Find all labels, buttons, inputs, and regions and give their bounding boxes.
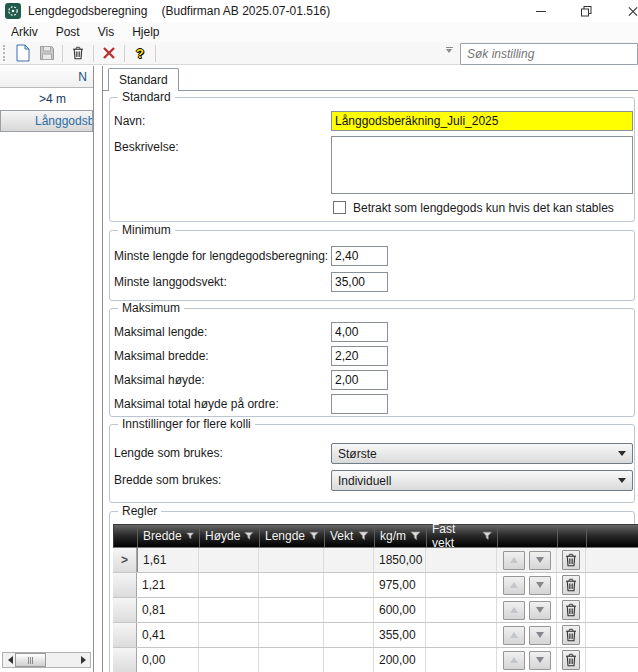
remove-button[interactable] <box>97 43 121 64</box>
grid-header-bredde[interactable]: Bredde <box>138 525 200 547</box>
cell-hoyde[interactable] <box>199 623 259 647</box>
grid-header-vekt[interactable]: Vekt <box>325 525 375 547</box>
move-down-button[interactable] <box>529 651 551 670</box>
cell-bredde[interactable]: 1,61 <box>137 548 199 572</box>
maks-bredde-input[interactable] <box>331 346 388 366</box>
filter-icon[interactable] <box>410 531 421 541</box>
tab-standard[interactable]: Standard <box>108 68 179 91</box>
minimize-button[interactable] <box>526 0 556 22</box>
row-order-buttons <box>497 648 557 672</box>
close-button[interactable] <box>620 0 638 22</box>
cell-bredde[interactable]: 1,21 <box>137 573 199 597</box>
cell-hoyde[interactable] <box>199 598 259 622</box>
row-selector[interactable] <box>113 573 137 597</box>
move-up-button[interactable] <box>503 576 525 595</box>
horizontal-scrollbar[interactable] <box>2 652 91 668</box>
filter-icon[interactable] <box>244 531 254 541</box>
maks-total-hoyde-input[interactable] <box>331 394 388 414</box>
cell-lengde[interactable] <box>259 648 324 672</box>
menu-arkiv[interactable]: Arkiv <box>2 23 47 41</box>
delete-row-button[interactable] <box>562 625 580 645</box>
new-document-button[interactable] <box>11 43 35 64</box>
scrollbar-thumb[interactable] <box>15 653 46 667</box>
cell-hoyde[interactable] <box>199 548 259 572</box>
cell-fast-vekt[interactable] <box>426 548 497 572</box>
cell-vekt[interactable] <box>324 598 374 622</box>
cell-fast-vekt[interactable] <box>426 573 497 597</box>
cell-vekt[interactable] <box>324 573 374 597</box>
cell-fast-vekt[interactable] <box>426 623 497 647</box>
grid-header-hoyde[interactable]: Høyde <box>200 525 260 547</box>
min-vekt-input[interactable] <box>331 272 388 292</box>
lengde-som-brukes-dropdown[interactable]: Største <box>331 443 633 464</box>
save-icon <box>39 45 55 61</box>
cell-vekt[interactable] <box>324 648 374 672</box>
stackable-checkbox[interactable] <box>333 201 346 214</box>
move-up-button[interactable] <box>503 651 525 670</box>
maks-hoyde-input[interactable] <box>331 370 388 390</box>
grid-header-fast-vekt[interactable]: Fast vekt <box>427 525 498 547</box>
cell-lengde[interactable] <box>259 623 324 647</box>
maks-lengde-input[interactable] <box>331 322 388 342</box>
delete-setting-button[interactable] <box>66 43 90 64</box>
cell-lengde[interactable] <box>259 598 324 622</box>
row-delete <box>557 573 586 597</box>
search-input[interactable] <box>460 43 638 65</box>
move-down-button[interactable] <box>529 601 551 620</box>
cell-bredde[interactable]: 0,00 <box>137 648 199 672</box>
menu-post[interactable]: Post <box>47 23 89 41</box>
toolbar-grip[interactable] <box>3 45 7 61</box>
row-selector[interactable] <box>113 598 137 622</box>
move-up-button[interactable] <box>503 551 525 570</box>
move-down-button[interactable] <box>529 551 551 570</box>
help-button[interactable]: ? <box>128 43 152 64</box>
delete-row-button[interactable] <box>562 600 580 620</box>
row-selector[interactable]: > <box>113 548 137 572</box>
cell-fast-vekt[interactable] <box>426 648 497 672</box>
menu-hjelp[interactable]: Hjelp <box>123 23 168 41</box>
move-down-button[interactable] <box>529 626 551 645</box>
cell-hoyde[interactable] <box>199 648 259 672</box>
grid-header-lengde[interactable]: Lengde <box>260 525 325 547</box>
move-up-button[interactable] <box>503 626 525 645</box>
grid-header-kgm[interactable]: kg/m <box>375 525 427 547</box>
cell-vekt[interactable] <box>324 548 374 572</box>
filter-icon[interactable] <box>186 531 194 541</box>
sidebar-item[interactable]: >4 m <box>0 88 93 110</box>
cell-fast-vekt[interactable] <box>426 598 497 622</box>
row-selector[interactable] <box>113 623 137 647</box>
maks-total-hoyde-label: Maksimal total høyde på ordre: <box>114 397 279 411</box>
settings-list-column-header[interactable]: N <box>0 66 93 88</box>
beskrivelse-textarea[interactable] <box>331 136 633 194</box>
move-down-button[interactable] <box>529 576 551 595</box>
cell-kgm[interactable]: 1850,00 <box>374 548 426 572</box>
cell-kgm[interactable]: 975,00 <box>374 573 426 597</box>
cell-vekt[interactable] <box>324 623 374 647</box>
restore-button[interactable] <box>571 0 601 22</box>
cell-kgm[interactable]: 355,00 <box>374 623 426 647</box>
filter-icon[interactable] <box>309 531 319 541</box>
scroll-right-button[interactable] <box>76 653 90 667</box>
bredde-som-brukes-dropdown[interactable]: Individuell <box>331 470 633 491</box>
cell-kgm[interactable]: 600,00 <box>374 598 426 622</box>
filter-icon[interactable] <box>358 531 369 541</box>
menu-vis[interactable]: Vis <box>89 23 123 41</box>
sidebar-item-selected[interactable]: Långgodsbe <box>0 110 93 132</box>
cell-kgm[interactable]: 200,00 <box>374 648 426 672</box>
cell-lengde[interactable] <box>259 548 324 572</box>
toolbar-overflow-button[interactable] <box>444 47 454 53</box>
row-delete <box>557 623 586 647</box>
min-lengde-input[interactable] <box>331 246 388 266</box>
cell-hoyde[interactable] <box>199 573 259 597</box>
cell-bredde[interactable]: 0,41 <box>137 623 199 647</box>
navn-input[interactable] <box>331 111 633 131</box>
delete-row-button[interactable] <box>562 575 580 595</box>
filter-icon[interactable] <box>482 531 492 541</box>
row-selector[interactable] <box>113 648 137 672</box>
move-up-button[interactable] <box>503 601 525 620</box>
cell-bredde[interactable]: 0,81 <box>137 598 199 622</box>
cell-lengde[interactable] <box>259 573 324 597</box>
delete-row-button[interactable] <box>562 650 580 670</box>
save-button[interactable] <box>35 43 59 64</box>
delete-row-button[interactable] <box>562 550 580 570</box>
